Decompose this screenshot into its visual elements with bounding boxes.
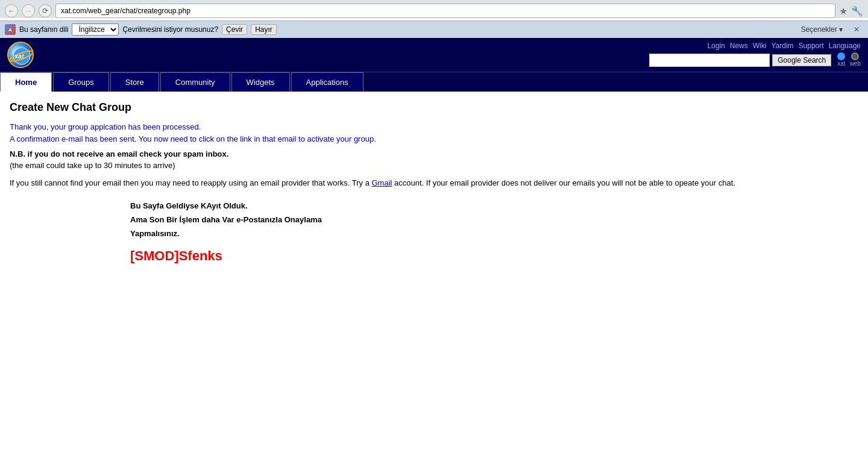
web-radio-icon[interactable] (851, 52, 859, 60)
success-line2: A confirmation e-mail has been sent. You… (10, 134, 376, 143)
language-link[interactable]: Language (829, 42, 861, 50)
google-search-button[interactable]: Google Search (772, 54, 831, 66)
bookmark-star-icon[interactable]: ★ (839, 5, 848, 17)
xat-label: xat (837, 60, 845, 67)
forward-button[interactable]: → (22, 4, 35, 17)
nb-text: N.B. if you do not receive an email chec… (10, 149, 858, 158)
main-content: Create New Chat Group Thank you, your gr… (0, 92, 868, 453)
nav-tab-community[interactable]: Community (160, 72, 230, 92)
language-select[interactable]: İngilizce (72, 23, 119, 36)
support-link[interactable]: Support (799, 42, 824, 50)
header-right: Login News Wiki Yardim Support Language … (649, 42, 861, 68)
wiki-link[interactable]: Wiki (753, 42, 767, 50)
translation-label: Bu sayfanın dili (19, 25, 68, 34)
yardim-link[interactable]: Yardim (771, 42, 793, 50)
site-header: xat Login News Wiki Yardim Support Langu… (0, 38, 868, 92)
header-top: xat Login News Wiki Yardim Support Langu… (0, 38, 868, 72)
success-message: Thank you, your group applcation has bee… (10, 121, 858, 145)
xat-logo-icon: xat (7, 42, 34, 68)
site-wrapper: xat Login News Wiki Yardim Support Langu… (0, 38, 868, 453)
page-title: Create New Chat Group (10, 101, 858, 114)
login-link[interactable]: Login (707, 42, 725, 50)
turkish-line2: Ama Son Bir İşlem daha Var e-Postanızla … (130, 213, 858, 227)
turkish-block: Bu Sayfa Geldiyse KAyıt Olduk. Ama Son B… (130, 199, 858, 241)
browser-chrome: ← → ⟳ ★ 🔧 (0, 0, 868, 18)
success-line1: Thank you, your group applcation has bee… (10, 122, 201, 131)
news-link[interactable]: News (730, 42, 748, 50)
info-after: account. If your email provider does not… (392, 178, 735, 187)
options-button[interactable]: Seçenekler ▾ (797, 25, 846, 34)
info-text: If you still cannot find your email then… (10, 177, 858, 189)
nav-tab-widgets[interactable]: Widgets (231, 72, 290, 92)
web-label: web (850, 60, 861, 67)
nav-tab-store[interactable]: Store (110, 72, 159, 92)
logo-area: xat (7, 42, 34, 68)
gmail-link[interactable]: Gmail (371, 178, 392, 187)
translate-button[interactable]: Çevir (222, 24, 247, 35)
nav-tab-groups[interactable]: Groups (53, 72, 109, 92)
browser-toolbar: ← → ⟳ ★ 🔧 (5, 4, 863, 18)
header-links: Login News Wiki Yardim Support Language (707, 42, 861, 50)
svg-text:xat: xat (14, 52, 25, 60)
turkish-line3: Yapmalısınız. (130, 227, 858, 240)
no-translate-button[interactable]: Hayır (251, 24, 277, 35)
close-translation-bar-button[interactable]: ✕ (850, 25, 863, 34)
nav-tab-home[interactable]: Home (0, 72, 52, 92)
username-display: [SMOD]Sfenks (130, 248, 858, 264)
wrench-icon[interactable]: 🔧 (851, 5, 863, 17)
site-nav: Home Groups Store Community Widgets Appl… (0, 72, 868, 92)
refresh-button[interactable]: ⟳ (39, 4, 52, 17)
translation-bar: A Bu sayfanın dili İngilizce Çevrilmesin… (0, 20, 868, 38)
info-before: If you still cannot find your email then… (10, 178, 371, 187)
page-language-icon: A (5, 24, 16, 35)
nav-tab-applications[interactable]: Applications (291, 72, 363, 92)
back-button[interactable]: ← (5, 4, 18, 17)
address-bar[interactable] (55, 4, 835, 18)
xat-radio-icon[interactable] (837, 52, 845, 60)
translation-question: Çevrilmesini istiyor musunuz? (122, 25, 218, 34)
turkish-line1: Bu Sayfa Geldiyse KAyıt Olduk. (130, 199, 858, 213)
google-search-input[interactable] (649, 54, 770, 67)
paren-text: (the email could take up to 30 minutes t… (10, 161, 858, 170)
